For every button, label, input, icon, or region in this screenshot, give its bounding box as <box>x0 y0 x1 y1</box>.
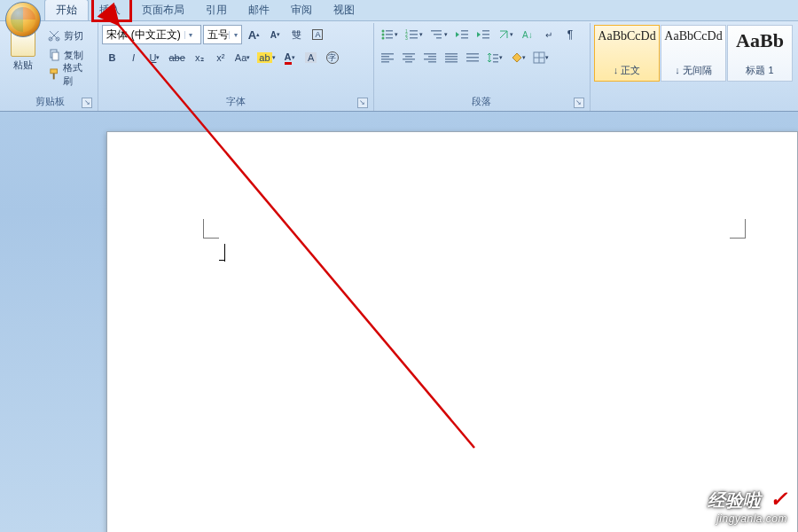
svg-rect-31 <box>403 53 415 55</box>
align-right-icon <box>424 52 436 63</box>
numbering-icon: 123 <box>405 28 419 41</box>
svg-rect-36 <box>428 56 436 58</box>
tab-mailings[interactable]: 邮件 <box>238 0 280 20</box>
paragraph-launcher[interactable]: ↘ <box>574 98 584 108</box>
tab-review[interactable]: 审阅 <box>280 0 323 20</box>
line-spacing-icon <box>487 51 499 64</box>
align-justify-button[interactable] <box>442 48 461 67</box>
bold-button[interactable]: B <box>102 48 121 67</box>
font-size-value: 五号 <box>204 27 229 43</box>
shrink-font-button[interactable]: A▾ <box>265 25 285 44</box>
show-marks-button[interactable]: ↵ <box>539 25 559 44</box>
superscript-button[interactable]: x² <box>211 48 231 67</box>
svg-rect-4 <box>50 69 57 74</box>
format-painter-label: 格式刷 <box>63 61 91 88</box>
align-left-icon <box>381 52 394 63</box>
svg-rect-19 <box>434 34 442 35</box>
text-highlight-button[interactable]: ab▾ <box>254 48 278 67</box>
bullets-button[interactable]: ▾ <box>378 25 401 44</box>
tab-view[interactable]: 视图 <box>323 0 365 20</box>
svg-rect-42 <box>445 61 458 63</box>
shading-button[interactable]: ▾ <box>507 48 528 67</box>
multilevel-list-button[interactable]: ▾ <box>427 25 450 44</box>
distributed-icon <box>466 52 479 63</box>
change-case-button[interactable]: Aa▾ <box>232 48 253 67</box>
sort-button[interactable]: A↓ <box>518 25 537 44</box>
svg-rect-47 <box>493 58 498 59</box>
asian-layout-icon <box>497 28 510 41</box>
grow-font-button[interactable]: A▴ <box>244 25 263 44</box>
cut-button[interactable]: 剪切 <box>44 27 95 44</box>
style-card-normal[interactable]: AaBbCcDd ↓ 正文 <box>594 25 660 82</box>
font-family-combo[interactable]: 宋体 (中文正文) ▾ <box>102 25 201 44</box>
outdent-icon <box>455 28 469 41</box>
bucket-icon <box>510 51 522 64</box>
svg-rect-11 <box>386 37 393 39</box>
chevron-down-icon[interactable]: ▾ <box>184 31 197 39</box>
phonetic-guide-button[interactable]: 雙 <box>286 25 306 44</box>
margin-mark-tl <box>203 219 219 239</box>
align-center-button[interactable] <box>399 48 419 67</box>
font-color-button[interactable]: A▾ <box>280 48 300 67</box>
group-styles: AaBbCcDd ↓ 正文 AaBbCcDd ↓ 无间隔 AaBb 标题 1 <box>591 23 796 111</box>
tab-page-layout[interactable]: 页面布局 <box>131 0 195 20</box>
svg-rect-35 <box>424 53 436 55</box>
svg-rect-17 <box>410 37 418 39</box>
tab-references[interactable]: 引用 <box>195 0 238 20</box>
style-card-no-spacing[interactable]: AaBbCcDd ↓ 无间隔 <box>661 25 726 82</box>
italic-button[interactable]: I <box>123 48 143 67</box>
svg-rect-40 <box>445 56 458 58</box>
scissors-icon <box>48 29 60 42</box>
distributed-button[interactable] <box>463 48 482 67</box>
group-label-clipboard: 剪贴板 ↘ <box>5 93 94 111</box>
svg-point-8 <box>381 34 384 36</box>
office-button[interactable] <box>5 2 41 37</box>
svg-rect-21 <box>461 30 468 32</box>
strikethrough-button[interactable]: abe <box>166 48 187 67</box>
subscript-button[interactable]: x₂ <box>190 48 209 67</box>
tab-home[interactable]: 开始 <box>44 0 89 20</box>
font-launcher[interactable]: ↘ <box>357 98 368 108</box>
svg-rect-13 <box>410 30 418 32</box>
svg-rect-22 <box>461 34 468 35</box>
numbering-button[interactable]: 123▾ <box>403 25 426 44</box>
chevron-down-icon[interactable]: ▾ <box>229 31 241 39</box>
align-justify-icon <box>445 52 458 63</box>
enclose-char-button[interactable]: 字 <box>323 48 342 67</box>
svg-rect-27 <box>381 53 394 55</box>
svg-rect-3 <box>52 52 59 60</box>
copy-label: 复制 <box>64 49 83 62</box>
show-paragraph-button[interactable]: ¶ <box>560 25 580 44</box>
borders-button[interactable]: ▾ <box>530 48 552 67</box>
increase-indent-button[interactable] <box>473 25 493 44</box>
asian-layout-button[interactable]: ▾ <box>495 25 516 44</box>
svg-rect-43 <box>466 53 479 55</box>
bullets-icon <box>380 28 395 41</box>
char-shading-button[interactable]: A <box>301 48 321 67</box>
multilevel-icon <box>430 28 444 41</box>
ribbon-tabs: 开始 插入 页面布局 引用 邮件 审阅 视图 <box>0 0 798 21</box>
font-size-combo[interactable]: 五号 ▾ <box>203 25 242 44</box>
svg-rect-20 <box>436 37 442 39</box>
align-right-button[interactable] <box>420 48 440 67</box>
align-center-icon <box>403 52 415 63</box>
ribbon: 粘贴 剪切 复制 <box>0 21 798 112</box>
format-painter-button[interactable]: 格式刷 <box>44 66 95 83</box>
style-card-heading1[interactable]: AaBb 标题 1 <box>727 25 793 82</box>
svg-rect-41 <box>445 59 458 60</box>
decrease-indent-button[interactable] <box>452 25 472 44</box>
underline-button[interactable]: U▾ <box>145 48 164 67</box>
svg-rect-37 <box>424 59 436 60</box>
char-border-button[interactable]: A <box>308 25 327 44</box>
svg-rect-46 <box>493 54 498 56</box>
group-label-font: 字体 ↘ <box>102 93 369 111</box>
clipboard-launcher[interactable]: ↘ <box>82 98 92 108</box>
document-area[interactable] <box>0 113 798 532</box>
document-page[interactable] <box>106 131 798 532</box>
cut-label: 剪切 <box>64 29 83 43</box>
align-left-button[interactable] <box>378 48 397 67</box>
tab-insert[interactable]: 插入 <box>89 0 131 20</box>
group-font: 宋体 (中文正文) ▾ 五号 ▾ A▴ A▾ 雙 A B I U▾ abe x₂… <box>98 23 373 111</box>
line-spacing-button[interactable]: ▾ <box>484 48 505 67</box>
text-cursor <box>224 244 225 262</box>
